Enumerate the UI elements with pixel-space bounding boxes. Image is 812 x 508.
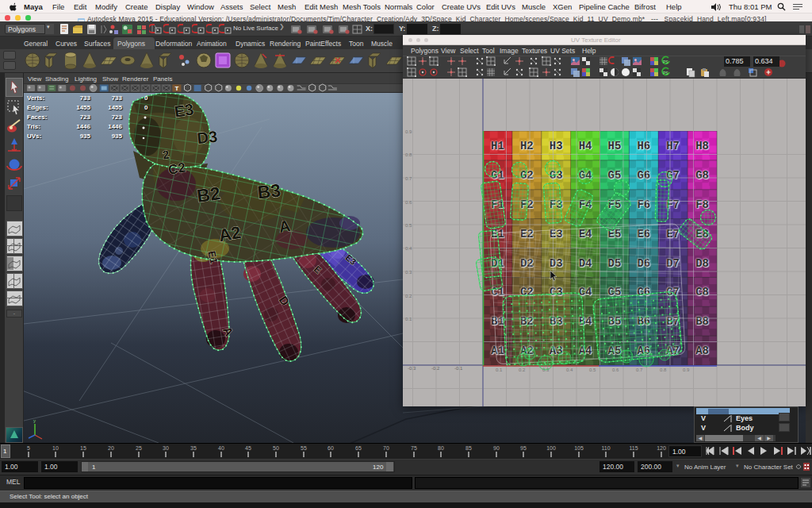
svg-text:5: 5 [27, 445, 30, 451]
svg-text:100: 100 [546, 445, 556, 451]
svg-text:45: 45 [245, 445, 251, 451]
svg-text:70: 70 [383, 445, 389, 451]
svg-text:75: 75 [411, 445, 417, 451]
svg-text:D3: D3 [196, 128, 218, 148]
svg-text:15: 15 [80, 445, 86, 451]
svg-text:10: 10 [52, 445, 59, 451]
svg-text:40: 40 [218, 445, 224, 451]
svg-text:30: 30 [163, 445, 169, 451]
svg-text:20: 20 [108, 445, 114, 451]
svg-text:25: 25 [136, 445, 142, 451]
svg-text:PS: PS [663, 71, 668, 75]
svg-text:60: 60 [327, 445, 334, 451]
svg-text:105: 105 [574, 445, 584, 451]
svg-text:90: 90 [493, 445, 500, 451]
svg-text:T: T [174, 85, 178, 92]
svg-text:50: 50 [273, 445, 279, 451]
svg-text:55: 55 [301, 445, 307, 451]
svg-text:B2: B2 [196, 183, 222, 206]
svg-text:A2: A2 [217, 222, 243, 246]
svg-text:110: 110 [601, 445, 610, 451]
svg-text:E3: E3 [173, 100, 194, 120]
svg-text:115: 115 [629, 445, 638, 451]
svg-text:A: A [278, 217, 291, 236]
svg-text:80: 80 [438, 445, 444, 451]
svg-text:y: y [33, 418, 36, 423]
svg-text:120: 120 [657, 445, 666, 451]
svg-text:85: 85 [465, 445, 472, 451]
svg-text:95: 95 [520, 445, 527, 451]
svg-text:C2: C2 [167, 160, 187, 177]
svg-text:65: 65 [355, 445, 362, 451]
svg-text:PS: PS [663, 60, 668, 64]
svg-text:B3: B3 [256, 180, 282, 203]
svg-text:35: 35 [190, 445, 197, 451]
